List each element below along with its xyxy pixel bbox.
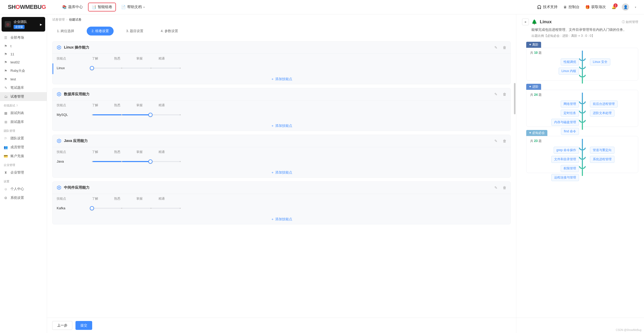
- gear-icon: ⚙: [4, 196, 8, 200]
- sidebar-sys-settings[interactable]: ⚙系统设置: [0, 193, 47, 202]
- topic-chip[interactable]: 前后台进程管理: [590, 100, 618, 108]
- flag-icon: ⚑: [4, 69, 8, 73]
- sidebar-papers[interactable]: 🗂试卷管理: [0, 92, 47, 101]
- level-slider[interactable]: [92, 161, 181, 162]
- delete-icon[interactable]: 🗑: [503, 45, 506, 50]
- notifications[interactable]: 🔔1: [612, 5, 616, 9]
- topic-chip[interactable]: Linux 安全: [590, 58, 610, 66]
- team-name: 企业团队: [14, 20, 37, 24]
- topic-chip[interactable]: 系统进程管理: [590, 156, 614, 163]
- nav-help[interactable]: 📄帮助文档▾: [118, 3, 148, 11]
- topic-chip[interactable]: grep 命令操作: [554, 147, 579, 154]
- add-skill-button[interactable]: ＋ 添加技能点: [52, 121, 511, 131]
- sidebar-enterprise[interactable]: ♜企业管理: [0, 168, 47, 177]
- avatar[interactable]: 👤: [622, 3, 629, 11]
- skill-row: Kafka: [52, 204, 511, 214]
- nav-library[interactable]: 📚题库中心: [59, 3, 86, 11]
- add-skill-button[interactable]: ＋ 添加技能点: [52, 214, 511, 224]
- scrollbar[interactable]: [514, 83, 516, 114]
- skill-name: MySQL: [57, 113, 92, 117]
- delete-icon[interactable]: 🗑: [503, 186, 506, 190]
- help-icon[interactable]: ?: [16, 104, 18, 107]
- sidebar-profile[interactable]: ☺个人中心: [0, 185, 47, 193]
- notification-badge: 1: [613, 3, 618, 8]
- level-tag: ✦ 必知必会: [526, 130, 547, 136]
- edit-icon[interactable]: ✎: [494, 186, 497, 190]
- nav-smart-compose[interactable]: 📑智能组卷: [88, 3, 116, 11]
- add-skill-button[interactable]: ＋ 添加技能点: [52, 74, 511, 84]
- card-title: Java 应用能力: [64, 139, 489, 143]
- column-header: 技能点了解熟悉掌握精通: [52, 54, 511, 63]
- step-4[interactable]: 4. 参数设置: [156, 27, 183, 35]
- edit-icon[interactable]: ✎: [494, 92, 497, 96]
- nav-console[interactable]: 🖥控制台: [563, 5, 579, 9]
- svg-marker-0: [57, 46, 61, 50]
- footer-bar: 上一步 提交: [47, 318, 516, 333]
- sidebar-item-11[interactable]: ⚑11: [0, 50, 47, 58]
- level-slider[interactable]: [92, 114, 181, 115]
- panel-help-link[interactable]: ⓘ 如何管理: [622, 20, 638, 24]
- sidebar-all-exams[interactable]: ☰全部考场: [0, 33, 47, 42]
- sidebar-item-test[interactable]: ⚑test: [0, 75, 47, 83]
- sidebar-team-settings[interactable]: ⚐团队设置: [0, 134, 47, 143]
- group-team: 团队管理: [0, 126, 47, 134]
- topic-chip[interactable]: 进阶文本处理: [590, 110, 614, 117]
- panel-title: Linux: [540, 19, 619, 25]
- gift-icon: 🎁: [585, 5, 590, 9]
- flag-icon: ⚑: [4, 52, 8, 56]
- layers-icon: 📑: [92, 5, 96, 9]
- flag-icon: ⚑: [4, 60, 8, 64]
- support-icon: 🎧: [537, 5, 541, 9]
- delete-icon[interactable]: 🗑: [503, 139, 506, 143]
- sidebar-interview-bank[interactable]: ⊞面试题库: [0, 117, 47, 126]
- level-slider[interactable]: [92, 208, 181, 209]
- submit-button[interactable]: 提交: [75, 321, 92, 330]
- skill-name: Linux: [57, 66, 92, 70]
- chevron-down-icon[interactable]: ▾: [635, 6, 636, 9]
- edit-icon[interactable]: ✎: [494, 45, 497, 50]
- topic-chip[interactable]: 管道与重定向: [590, 147, 614, 154]
- card-title: Linux 操作能力: [64, 45, 489, 50]
- skill-card: Linux 操作能力 ✎ 🗑 技能点了解熟悉掌握精通Linux ＋ 添加技能点: [52, 41, 511, 84]
- topic-chip[interactable]: Linux 内核: [559, 68, 579, 75]
- sidebar-item-t[interactable]: ⚑t: [0, 42, 47, 50]
- sidebar-interview-list[interactable]: ▦面试列表: [0, 109, 47, 117]
- topic-chip[interactable]: 定时任务: [561, 110, 579, 117]
- list-icon: ☰: [4, 36, 8, 40]
- collapse-panel-button[interactable]: «: [522, 19, 529, 25]
- edit-icon[interactable]: ✎: [494, 139, 497, 143]
- step-1[interactable]: 1. 岗位选择: [52, 27, 79, 35]
- delete-icon[interactable]: 🗑: [503, 92, 506, 96]
- sidebar-billing[interactable]: 💳账户充值: [0, 152, 47, 160]
- sidebar-written-bank[interactable]: ✎笔试题库: [0, 83, 47, 92]
- topic-chip[interactable]: 网络管理: [561, 100, 579, 108]
- team-switcher[interactable]: ◎ 企业团队企业版 ▸: [2, 17, 45, 32]
- logo: SHOWMEBUG: [8, 4, 46, 10]
- step-3[interactable]: 3. 题目设置: [121, 27, 148, 35]
- column-header: 技能点了解熟悉掌握精通: [52, 147, 511, 157]
- topic-chip[interactable]: 文件和目录管理: [551, 156, 579, 163]
- team-icon: ⚐: [4, 136, 8, 140]
- sidebar-item-ruby[interactable]: ⚑Ruby大会: [0, 66, 47, 75]
- topic-chip[interactable]: 内存与磁盘管理: [551, 119, 579, 126]
- topic-chip[interactable]: 远程连接与管理: [551, 174, 579, 181]
- breadcrumb-current: 创建试卷: [69, 18, 81, 21]
- hexagon-icon: [57, 185, 61, 190]
- library-icon: 📚: [62, 5, 67, 9]
- hexagon-icon: [57, 92, 61, 97]
- add-skill-button[interactable]: ＋ 添加技能点: [52, 168, 511, 177]
- watermark: CSDN @ShowMeBug: [616, 329, 641, 331]
- sidebar-members[interactable]: 👥成员管理: [0, 143, 47, 152]
- column-header: 技能点了解熟悉掌握精通: [52, 194, 511, 204]
- members-icon: 👥: [4, 145, 8, 149]
- step-2[interactable]: 2. 组卷设置: [87, 27, 113, 35]
- topic-chip[interactable]: 性能调优: [561, 58, 579, 66]
- sidebar-item-test02[interactable]: ⚑test02: [0, 58, 47, 66]
- nav-support[interactable]: 🎧技术支持: [537, 5, 558, 9]
- level-slider[interactable]: [92, 68, 181, 69]
- prev-button[interactable]: 上一步: [52, 321, 72, 330]
- nav-get-sessions[interactable]: 🎁获取场次: [585, 5, 606, 9]
- breadcrumb-parent[interactable]: 试卷管理: [52, 18, 65, 21]
- tree-icon: 🌲: [531, 19, 537, 25]
- topic-chip[interactable]: 权限管理: [561, 165, 579, 172]
